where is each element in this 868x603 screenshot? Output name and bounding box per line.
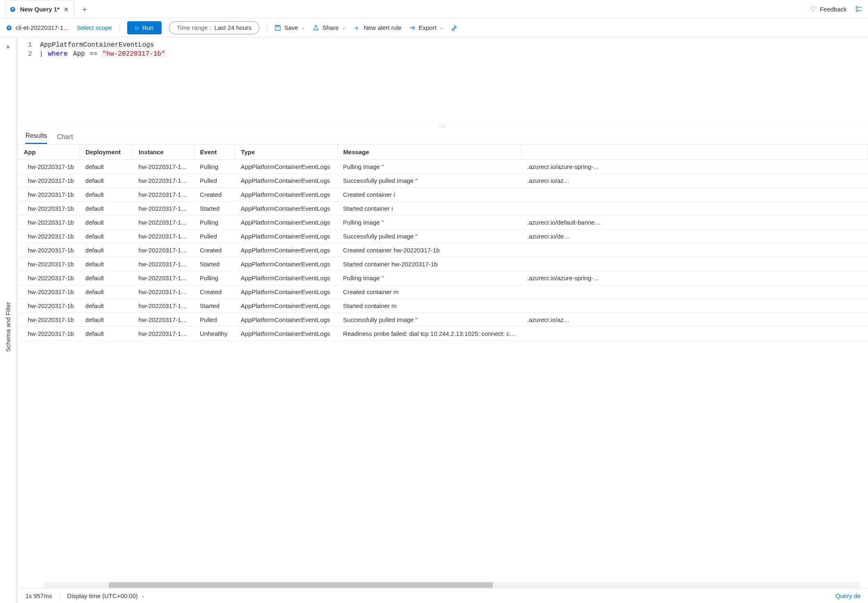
- col-header-type[interactable]: Type: [235, 144, 337, 160]
- schema-filter-label[interactable]: Schema and Filter: [4, 294, 11, 360]
- table-row[interactable]: hw-20220317-1bdefaulthw-20220317-1…Pulli…: [18, 216, 868, 230]
- save-button[interactable]: Save ⌄: [274, 24, 305, 31]
- svg-rect-9: [8, 28, 10, 29]
- workspace-picker[interactable]: cli-et-20220317-1…: [6, 24, 70, 31]
- cell-deployment: default: [80, 160, 133, 174]
- run-button[interactable]: ▷ Run: [127, 21, 162, 34]
- cell-event: Started: [194, 202, 235, 216]
- query-details-link[interactable]: Query de: [835, 592, 861, 599]
- query-editor[interactable]: 1 AppPlatformContainerEventLogs 2 | wher…: [18, 37, 868, 123]
- time-range-label: Time range :: [177, 24, 211, 31]
- cell-event: Pulling: [194, 216, 235, 230]
- svg-rect-4: [856, 10, 858, 11]
- cell-type: AppPlatformContainerEventLogs: [235, 285, 337, 299]
- result-tabs: Results Chart: [18, 129, 868, 144]
- cell-deployment: default: [80, 243, 133, 257]
- cell-app: hw-20220317-1b: [18, 271, 80, 285]
- cell-event: Pulling: [194, 271, 235, 285]
- cell-message-cont: [522, 188, 868, 202]
- horizontal-scrollbar[interactable]: [18, 582, 868, 588]
- tab-title: New Query 1*: [20, 6, 60, 13]
- col-header-instance[interactable]: Instance: [133, 144, 194, 160]
- split-handle[interactable]: ···: [18, 123, 868, 129]
- save-label: Save: [284, 24, 298, 31]
- col-header-message-cont: [522, 144, 868, 160]
- table-row[interactable]: hw-20220317-1bdefaulthw-20220317-1…Start…: [18, 257, 868, 271]
- cell-message-cont: .azurecr.io/az…: [522, 313, 868, 327]
- table-row[interactable]: hw-20220317-1bdefaulthw-20220317-1…Pulli…: [18, 271, 868, 285]
- cell-message: Created container m: [337, 285, 522, 299]
- cell-event: Pulled: [194, 313, 235, 327]
- time-range-picker[interactable]: Time range : Last 24 hours: [169, 21, 259, 34]
- svg-rect-10: [277, 25, 279, 27]
- cell-app: hw-20220317-1b: [18, 327, 80, 341]
- table-row[interactable]: hw-20220317-1bdefaulthw-20220317-1…Pulle…: [18, 174, 868, 188]
- heart-icon: ♡: [810, 4, 816, 14]
- new-alert-button[interactable]: ＋ New alert rule: [353, 23, 402, 33]
- export-icon: [409, 25, 416, 31]
- new-tab-button[interactable]: ＋: [77, 4, 92, 15]
- expand-schema-button[interactable]: »: [6, 43, 10, 50]
- cell-message-cont: .azurecr.io/az…: [522, 174, 868, 188]
- cell-message: Started container i: [337, 202, 522, 216]
- col-header-message[interactable]: Message: [337, 144, 522, 160]
- table-row[interactable]: hw-20220317-1bdefaulthw-20220317-1…Creat…: [18, 188, 868, 202]
- cell-app: hw-20220317-1b: [18, 230, 80, 243]
- queries-icon[interactable]: [856, 6, 862, 12]
- table-row[interactable]: hw-20220317-1bdefaulthw-20220317-1…Creat…: [18, 285, 868, 299]
- cell-instance: hw-20220317-1…: [133, 285, 194, 299]
- col-header-event[interactable]: Event: [194, 144, 235, 160]
- cell-instance: hw-20220317-1…: [133, 230, 194, 243]
- cell-type: AppPlatformContainerEventLogs: [235, 202, 337, 216]
- cell-instance: hw-20220317-1…: [133, 188, 194, 202]
- status-bar: 1s 957ms Display time (UTC+00:00) ⌄ Quer…: [18, 588, 868, 603]
- export-button[interactable]: Export ⌄: [409, 24, 443, 31]
- tab-chart[interactable]: Chart: [57, 133, 73, 144]
- cell-message-cont: [522, 202, 868, 216]
- display-time-label: Display time (UTC+00:00): [67, 592, 138, 599]
- cell-event: Started: [194, 257, 235, 271]
- tab-results[interactable]: Results: [25, 132, 47, 144]
- results-table-container[interactable]: App Deployment Instance Event Type Messa…: [18, 144, 868, 582]
- share-button[interactable]: Share ⌄: [313, 24, 346, 31]
- table-row[interactable]: hw-20220317-1bdefaulthw-20220317-1…Pulle…: [18, 313, 868, 327]
- cell-deployment: default: [80, 188, 133, 202]
- cell-deployment: default: [80, 327, 133, 341]
- share-label: Share: [322, 24, 339, 31]
- close-icon[interactable]: ✕: [64, 6, 69, 13]
- kql-pipe: |: [39, 50, 43, 58]
- cell-event: Pulled: [194, 174, 235, 188]
- display-time-picker[interactable]: Display time (UTC+00:00) ⌄: [67, 592, 145, 599]
- feedback-button[interactable]: ♡ Feedback: [804, 4, 852, 14]
- table-row[interactable]: hw-20220317-1bdefaulthw-20220317-1…Start…: [18, 202, 868, 216]
- cell-deployment: default: [80, 216, 133, 230]
- cell-type: AppPlatformContainerEventLogs: [235, 230, 337, 243]
- cell-message-cont: .azurecr.io/azure-spring-…: [522, 160, 868, 174]
- cell-instance: hw-20220317-1…: [133, 327, 194, 341]
- table-row[interactable]: hw-20220317-1bdefaulthw-20220317-1…Start…: [18, 299, 868, 313]
- cell-message-cont: [522, 299, 868, 313]
- select-scope-link[interactable]: Select scope: [77, 24, 112, 31]
- cell-message: Created container i: [337, 188, 522, 202]
- cell-type: AppPlatformContainerEventLogs: [235, 271, 337, 285]
- table-row[interactable]: hw-20220317-1bdefaulthw-20220317-1…Unhea…: [18, 327, 868, 341]
- cell-event: Created: [194, 243, 235, 257]
- cell-message-cont: .azurecr.io/default-banne…: [522, 216, 868, 230]
- separator: [59, 592, 60, 600]
- table-row[interactable]: hw-20220317-1bdefaulthw-20220317-1…Creat…: [18, 243, 868, 257]
- kql-keyword-where: where: [47, 50, 68, 58]
- pin-icon[interactable]: [451, 25, 457, 31]
- col-header-app[interactable]: App: [18, 144, 80, 160]
- logs-icon: [6, 25, 12, 31]
- cell-type: AppPlatformContainerEventLogs: [235, 243, 337, 257]
- cell-app: hw-20220317-1b: [18, 202, 80, 216]
- cell-event: Pulling: [194, 160, 235, 174]
- chevron-down-icon: ⌄: [301, 25, 305, 30]
- table-row[interactable]: hw-20220317-1bdefaulthw-20220317-1…Pulli…: [18, 160, 868, 174]
- col-header-deployment[interactable]: Deployment: [80, 144, 133, 160]
- cell-deployment: default: [80, 202, 133, 216]
- query-tab[interactable]: New Query 1* ✕: [6, 0, 74, 18]
- cell-app: hw-20220317-1b: [18, 313, 80, 327]
- cell-deployment: default: [80, 230, 133, 243]
- table-row[interactable]: hw-20220317-1bdefaulthw-20220317-1…Pulle…: [18, 230, 868, 243]
